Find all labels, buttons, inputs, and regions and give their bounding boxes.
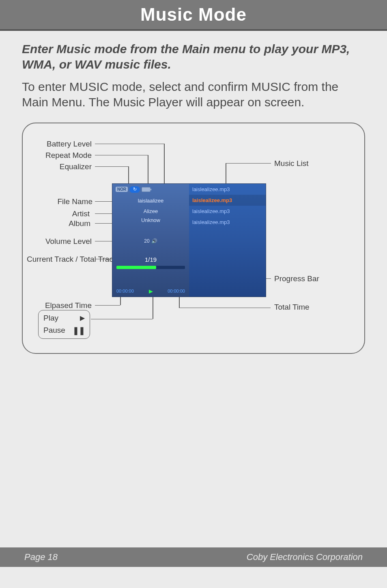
company-name: Coby Electronics Corporation bbox=[247, 552, 363, 562]
diagram-container: Battery Level Repeat Mode Equalizer File… bbox=[22, 123, 365, 354]
play-icon: ▶ bbox=[80, 314, 85, 322]
device-music-list: laislealizee.mp3 laislealizee.mp3 laisle… bbox=[189, 184, 266, 297]
label-battery: Battery Level bbox=[41, 140, 92, 149]
repeat-icon: ↻ bbox=[129, 186, 140, 193]
volume-value: 20 bbox=[144, 238, 149, 244]
label-filename: File Name bbox=[48, 197, 92, 206]
label-progress: Progress Bar bbox=[274, 274, 319, 283]
pause-icon: ❚❚ bbox=[73, 326, 85, 335]
label-total-time: Total Time bbox=[274, 303, 310, 312]
speaker-icon: 🔊 bbox=[151, 238, 157, 244]
label-album: Album bbox=[60, 219, 90, 228]
label-elapsed: Elpased Time bbox=[39, 301, 92, 310]
device-artist: Alizee bbox=[112, 208, 189, 214]
list-item: laislealizee.mp3 bbox=[189, 184, 266, 195]
battery-icon bbox=[142, 187, 150, 192]
list-item: laislealizee.mp3 bbox=[189, 195, 266, 206]
device-screenshot: NOR ↻ laislaalizee Alizee Unknow 20 🔊 1/… bbox=[112, 183, 266, 297]
device-volume: 20 🔊 bbox=[112, 238, 189, 244]
device-elapsed: 00:00:00 bbox=[116, 289, 134, 293]
device-progress-fill bbox=[116, 266, 156, 269]
intro-lead: Enter Music mode from the Main menu to p… bbox=[22, 41, 365, 72]
equalizer-badge: NOR bbox=[116, 187, 128, 192]
legend-play-label: Play bbox=[43, 314, 58, 323]
label-equalizer: Equalizer bbox=[51, 162, 92, 171]
label-volume: Volume Level bbox=[37, 237, 92, 246]
label-music-list: Music List bbox=[274, 159, 308, 168]
device-total: 00:00:00 bbox=[168, 289, 185, 293]
page-footer: Page 18 Coby Electronics Corporation bbox=[0, 547, 387, 567]
device-album: Unknow bbox=[112, 217, 189, 223]
device-filename: laislaalizee bbox=[112, 198, 189, 204]
title-bar: Music Mode bbox=[0, 0, 387, 31]
device-progress-track bbox=[116, 266, 185, 269]
legend-box: Play ▶ Pause ❚❚ bbox=[38, 310, 90, 339]
label-current-track: Current Track / Total Tracks bbox=[27, 255, 90, 264]
play-icon: ▶ bbox=[149, 288, 153, 294]
page-title: Music Mode bbox=[140, 4, 247, 25]
label-repeat: Repeat Mode bbox=[39, 151, 92, 160]
list-item: laislealizee.mp3 bbox=[189, 206, 266, 217]
intro-body: To enter MUSIC mode, select and confirm … bbox=[22, 79, 365, 110]
device-track-counter: 1/19 bbox=[112, 256, 189, 263]
list-item: laislealizee.mp3 bbox=[189, 217, 266, 228]
label-artist: Artist bbox=[65, 209, 90, 218]
legend-pause-label: Pause bbox=[43, 326, 65, 335]
page-number: Page 18 bbox=[24, 552, 58, 562]
